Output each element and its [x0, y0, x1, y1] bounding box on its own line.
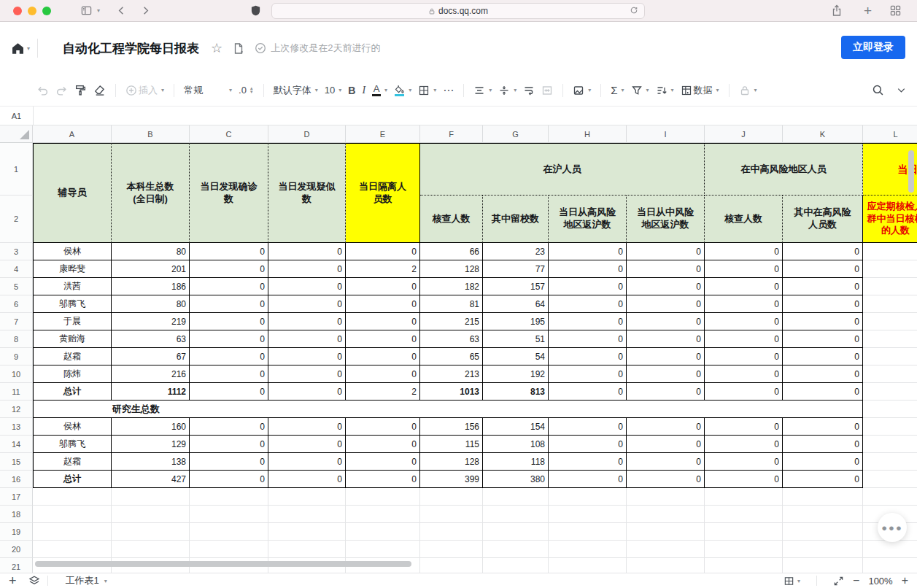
cell-G4[interactable]: 77 [483, 260, 549, 278]
cell-F19[interactable] [420, 523, 483, 541]
cell-J17[interactable] [705, 488, 783, 506]
row-header-4[interactable]: 4 [0, 260, 33, 278]
column-header-G[interactable]: G [483, 125, 549, 143]
cell-G19[interactable] [483, 523, 549, 541]
cell-H15[interactable]: 0 [549, 453, 627, 471]
cell-C4[interactable]: 0 [190, 260, 268, 278]
zoom-level[interactable]: 100% [868, 576, 892, 587]
zoom-out-icon[interactable]: − [853, 574, 859, 587]
cell-G14[interactable]: 108 [483, 436, 549, 453]
cell-G8[interactable]: 51 [483, 330, 549, 348]
more-formats-button[interactable]: ⋯ [443, 84, 454, 97]
cell-A9[interactable]: 赵霜 [33, 348, 112, 365]
vertical-scrollbar[interactable] [908, 150, 914, 193]
cell-L15[interactable] [863, 453, 917, 471]
cell-B14[interactable]: 129 [112, 436, 190, 453]
cell-B19[interactable] [112, 523, 190, 541]
cell-D11[interactable]: 0 [268, 383, 346, 401]
cell-H6[interactable]: 0 [549, 295, 627, 313]
cell-F4[interactable]: 128 [420, 260, 483, 278]
cell-I10[interactable]: 0 [627, 365, 705, 383]
cell-I18[interactable] [627, 506, 705, 523]
cell-B20[interactable] [112, 541, 190, 558]
cell-I15[interactable]: 0 [627, 453, 705, 471]
cell-J16[interactable]: 0 [705, 471, 783, 488]
sum-function-button[interactable]: Σ▾ [611, 84, 624, 96]
fill-color-button[interactable]: ▾ [394, 85, 411, 96]
cell-B13[interactable]: 160 [112, 418, 190, 436]
cell-G17[interactable] [483, 488, 549, 506]
column-header-A[interactable]: A [33, 125, 112, 143]
cell-C15[interactable]: 0 [190, 453, 268, 471]
cell-D4[interactable]: 0 [268, 260, 346, 278]
cell-J21[interactable] [705, 558, 783, 573]
create-copy-icon[interactable] [233, 42, 244, 55]
cell-G9[interactable]: 54 [483, 348, 549, 365]
filter-button[interactable]: ▾ [631, 85, 649, 96]
header-cell-L2[interactable]: 应定期核检人 群中当日核检 的人数 [863, 196, 917, 243]
cell-I3[interactable]: 0 [627, 243, 705, 260]
column-header-I[interactable]: I [627, 125, 705, 143]
cell-C8[interactable]: 0 [190, 330, 268, 348]
cell-J10[interactable]: 0 [705, 365, 783, 383]
cell-J13[interactable]: 0 [705, 418, 783, 436]
row-header-20[interactable]: 20 [0, 541, 33, 558]
cell-D5[interactable]: 0 [268, 278, 346, 295]
cell-H21[interactable] [549, 558, 627, 573]
cell-G15[interactable]: 118 [483, 453, 549, 471]
zoom-in-icon[interactable]: + [902, 574, 908, 587]
cell-A14[interactable]: 邬腾飞 [33, 436, 112, 453]
cell-I4[interactable]: 0 [627, 260, 705, 278]
cell-F17[interactable] [420, 488, 483, 506]
cell-G20[interactable] [483, 541, 549, 558]
share-icon[interactable] [831, 4, 843, 17]
address-bar[interactable]: docs.qq.com [271, 3, 645, 19]
cell-C7[interactable]: 0 [190, 313, 268, 330]
row-header-2[interactable]: 2 [0, 196, 33, 243]
cell-A5[interactable]: 洪茜 [33, 278, 112, 295]
vertical-align-button[interactable]: ▾ [498, 85, 516, 96]
cell-K4[interactable]: 0 [783, 260, 863, 278]
collapse-toolbar-icon[interactable] [896, 85, 907, 96]
insert-button[interactable]: 插入▾ [125, 84, 164, 97]
column-header-D[interactable]: D [268, 125, 346, 143]
cell-E13[interactable]: 0 [346, 418, 420, 436]
cell-A4[interactable]: 康晔斐 [33, 260, 112, 278]
cell-B5[interactable]: 186 [112, 278, 190, 295]
header-cell-F2[interactable]: 核查人数 [420, 196, 483, 243]
cell-G13[interactable]: 154 [483, 418, 549, 436]
cell-B15[interactable]: 138 [112, 453, 190, 471]
header-cell-B1[interactable]: 本科生总数 (全日制) [112, 143, 190, 243]
column-header-E[interactable]: E [346, 125, 420, 143]
cell-H13[interactable]: 0 [549, 418, 627, 436]
cell-I9[interactable]: 0 [627, 348, 705, 365]
forward-icon[interactable] [140, 5, 151, 16]
cell-L17[interactable] [863, 488, 917, 506]
cell-L13[interactable] [863, 418, 917, 436]
row-header-13[interactable]: 13 [0, 418, 33, 436]
cell-B16[interactable]: 427 [112, 471, 190, 488]
cell-B18[interactable] [112, 506, 190, 523]
cell-B8[interactable]: 63 [112, 330, 190, 348]
cell-I20[interactable] [627, 541, 705, 558]
cell-D19[interactable] [268, 523, 346, 541]
cell-J14[interactable]: 0 [705, 436, 783, 453]
cell-H4[interactable]: 0 [549, 260, 627, 278]
cell-L6[interactable] [863, 295, 917, 313]
cell-E3[interactable]: 0 [346, 243, 420, 260]
add-sheet-icon[interactable]: + [9, 573, 17, 588]
cell-I13[interactable]: 0 [627, 418, 705, 436]
font-family-select[interactable]: 默认字体▾ [274, 84, 318, 97]
font-color-button[interactable]: A▾ [372, 85, 387, 96]
cell-K5[interactable]: 0 [783, 278, 863, 295]
cell-J11[interactable]: 0 [705, 383, 783, 401]
cell-A17[interactable] [33, 488, 112, 506]
select-all-corner[interactable] [0, 125, 33, 143]
row-header-11[interactable]: 11 [0, 383, 33, 401]
cell-F11[interactable]: 1013 [420, 383, 483, 401]
cell-K21[interactable] [783, 558, 863, 573]
cell-E8[interactable]: 0 [346, 330, 420, 348]
data-validation-button[interactable]: 数据▾ [681, 84, 719, 97]
cell-H11[interactable]: 0 [549, 383, 627, 401]
cell-B17[interactable] [112, 488, 190, 506]
